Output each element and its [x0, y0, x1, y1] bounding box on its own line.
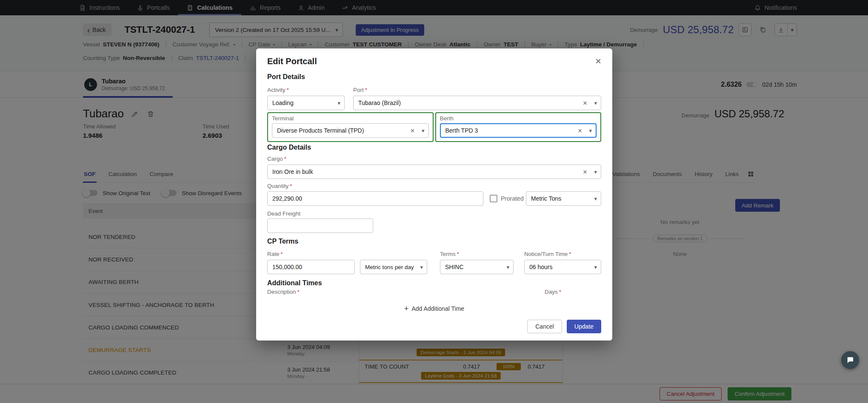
port-label: Port*	[353, 87, 601, 94]
activity-select[interactable]: Loading ▾	[267, 96, 345, 110]
days-label: Days*	[545, 289, 601, 295]
rate-unit-select[interactable]: Metric tons per day ▾	[360, 260, 427, 274]
chevron-down-icon: ▾	[594, 196, 597, 202]
add-additional-time-button[interactable]: + Add Additional Time	[404, 303, 464, 314]
edit-portcall-dialog: Edit Portcall × Port Details Activity* L…	[256, 48, 612, 341]
berth-highlight-box: Berth Berth TPD 3 × ▾	[435, 112, 602, 142]
chevron-down-icon: ▾	[337, 100, 340, 106]
chevron-down-icon: ▾	[594, 100, 597, 106]
section-cargo-details: Cargo Details	[267, 144, 601, 151]
notice-turn-time-select[interactable]: 06 hours ▾	[524, 260, 601, 274]
update-button[interactable]: Update	[567, 320, 601, 333]
rate-unit-label	[360, 251, 427, 258]
port-combobox[interactable]: Tubarao (Brazil) × ▾	[353, 96, 601, 110]
terms-label: Terms*	[440, 251, 514, 258]
prorated-field: Prorated	[490, 195, 524, 202]
cargo-combobox[interactable]: Iron Ore in bulk × ▾	[267, 165, 601, 179]
rate-input[interactable]	[267, 260, 355, 274]
chat-launcher-button[interactable]	[841, 351, 859, 369]
section-port-details: Port Details	[267, 73, 601, 81]
clear-icon[interactable]: ×	[411, 127, 415, 134]
close-icon[interactable]: ×	[595, 56, 601, 66]
cancel-button[interactable]: Cancel	[527, 320, 562, 333]
chevron-down-icon: ▾	[594, 264, 597, 270]
app-root: Instructions Portcalls Calculations Repo…	[0, 0, 868, 403]
terms-select[interactable]: SHINC ▾	[440, 260, 514, 274]
description-label: Description*	[267, 289, 300, 295]
chevron-down-icon: ▾	[594, 169, 597, 175]
prorated-checkbox[interactable]	[490, 195, 497, 202]
cargo-label: Cargo*	[267, 156, 601, 162]
section-cp-terms: CP Terms	[267, 238, 601, 245]
dead-freight-label: Dead Freight	[267, 210, 601, 217]
quantity-label: Quantity*	[267, 183, 601, 190]
berth-label: Berth	[440, 115, 597, 122]
quantity-unit-select[interactable]: Metric Tons ▾	[526, 191, 601, 206]
dialog-title: Edit Portcall	[267, 57, 317, 66]
chat-bubble-icon	[846, 356, 854, 364]
section-additional-times: Additional Times	[267, 279, 601, 287]
terminal-label: Terminal	[272, 115, 429, 122]
quantity-input[interactable]	[267, 191, 483, 206]
clear-icon[interactable]: ×	[583, 99, 587, 107]
chevron-down-icon: ▾	[420, 264, 423, 270]
chevron-down-icon: ▾	[506, 264, 509, 270]
dead-freight-input[interactable]	[267, 219, 373, 233]
terminal-highlight-box: Terminal Diverse Products Terminal (TPD)…	[267, 112, 434, 142]
berth-combobox[interactable]: Berth TPD 3 × ▾	[440, 123, 597, 138]
chevron-down-icon: ▾	[589, 128, 592, 133]
plus-icon: +	[404, 305, 409, 312]
clear-icon[interactable]: ×	[583, 168, 587, 176]
chevron-down-icon: ▾	[422, 128, 425, 133]
clear-icon[interactable]: ×	[578, 127, 582, 134]
activity-label: Activity*	[267, 87, 345, 94]
terminal-combobox[interactable]: Diverse Products Terminal (TPD) × ▾	[272, 123, 429, 138]
notice-turn-time-label: Notice/Turn Time*	[524, 251, 601, 258]
prorated-label: Prorated	[501, 195, 524, 202]
rate-label: Rate*	[267, 251, 355, 258]
